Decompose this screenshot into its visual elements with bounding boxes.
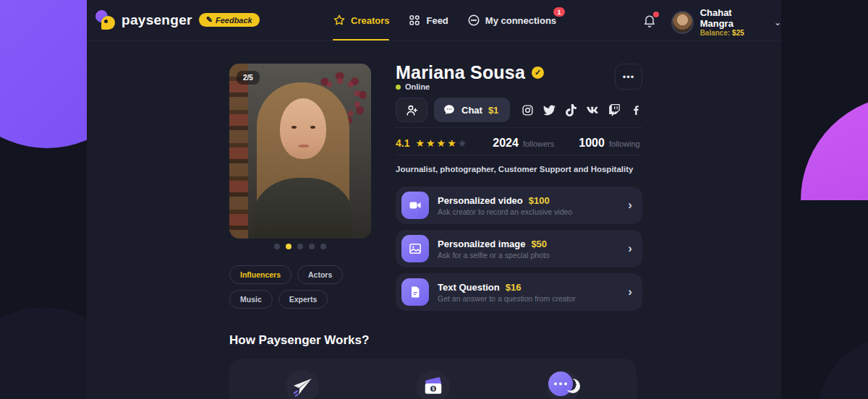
pen-icon: ✎ xyxy=(206,15,213,25)
name-row: Mariana Sousa ✓ xyxy=(396,62,544,83)
divider xyxy=(396,127,642,128)
feedback-label: Feedback xyxy=(216,16,252,25)
chevron-right-icon: › xyxy=(628,241,632,256)
tag-experts[interactable]: Experts xyxy=(278,290,328,309)
tab-feed[interactable]: Feed xyxy=(408,0,448,40)
more-options-button[interactable]: ••• xyxy=(615,64,642,90)
svg-text:$: $ xyxy=(432,386,435,392)
tab-my-connections[interactable]: My connections 1 xyxy=(467,0,556,40)
photo-carousel-dots xyxy=(229,244,371,249)
tab-creators[interactable]: Creators xyxy=(333,0,389,40)
instagram-icon[interactable] xyxy=(522,104,534,116)
tab-my-connections-label: My connections xyxy=(485,15,556,26)
actions-row: Chat $1 xyxy=(396,98,642,122)
account-balance: Balance: $25 xyxy=(700,29,765,37)
service-description: Ask creator to record an exclusive video xyxy=(438,207,572,216)
account-menu[interactable]: Chahat Mangra Balance: $25 ⌄ xyxy=(671,7,781,37)
followers-stat[interactable]: 2024 followers xyxy=(493,137,554,150)
service-personalized-image[interactable]: Personalized image $50 Ask for a selfie … xyxy=(396,230,642,267)
logo[interactable]: paysenger ✎ Feedback xyxy=(95,10,260,30)
stats-row: 4.1 ★ ★ ★ ★ ★ 2024 followers 1000 follow… xyxy=(396,137,642,150)
service-title: Personalized image xyxy=(438,239,525,249)
star-filled-icon: ★ xyxy=(415,137,425,149)
paysenger-bird-icon xyxy=(95,10,115,30)
notifications-button[interactable] xyxy=(642,13,658,29)
online-label: Online xyxy=(405,82,430,91)
chevron-right-icon: › xyxy=(628,285,632,299)
verified-badge-icon: ✓ xyxy=(532,66,544,79)
carousel-dot[interactable] xyxy=(309,244,315,249)
grid-icon xyxy=(408,14,421,27)
photo-counter-badge: 2/5 xyxy=(237,71,260,85)
service-title: Personalized video xyxy=(438,195,523,206)
notification-dot xyxy=(653,12,659,17)
profile-bio: Journalist, photographer, Customer Suppo… xyxy=(396,165,642,173)
document-icon xyxy=(401,278,429,306)
service-price: $100 xyxy=(529,195,550,206)
carousel-dot[interactable] xyxy=(297,244,303,249)
feedback-button[interactable]: ✎ Feedback xyxy=(199,13,260,27)
vk-icon[interactable] xyxy=(587,104,599,116)
service-description: Ask for a selfie or a special photo xyxy=(438,251,550,259)
logo-text: paysenger xyxy=(122,12,192,28)
header: paysenger ✎ Feedback Creators xyxy=(87,0,781,41)
followers-label: followers xyxy=(523,140,554,148)
follow-button[interactable] xyxy=(396,98,427,122)
chat-bubble-moon-icon xyxy=(547,370,580,399)
how-it-works-title: How Paysenger Works? xyxy=(229,333,369,348)
carousel-dot[interactable] xyxy=(320,244,326,249)
service-price: $50 xyxy=(531,239,547,249)
page: paysenger ✎ Feedback Creators xyxy=(0,0,868,399)
facebook-icon[interactable] xyxy=(630,104,642,116)
service-text-question[interactable]: Text Question $16 Get an answer to a que… xyxy=(396,273,642,311)
star-icon xyxy=(333,14,346,27)
main-nav: Creators Feed My connections 1 xyxy=(333,0,556,40)
money-icon: $ xyxy=(417,370,450,399)
rating-score: 4.1 xyxy=(396,137,409,149)
carousel-dot[interactable] xyxy=(274,244,280,249)
service-title: Text Question xyxy=(438,282,500,293)
online-dot xyxy=(396,85,401,90)
service-description: Get an answer to a question from creator xyxy=(438,294,576,303)
service-price: $16 xyxy=(506,282,522,293)
following-count: 1000 xyxy=(579,137,605,150)
star-empty-icon: ★ xyxy=(458,137,467,149)
chat-button[interactable]: Chat $1 xyxy=(434,98,510,122)
tab-feed-label: Feed xyxy=(426,15,448,26)
divider xyxy=(396,155,642,155)
tag-music[interactable]: Music xyxy=(229,290,273,309)
how-it-works-card: $ xyxy=(229,359,637,399)
photo-bookshelf xyxy=(229,64,248,239)
profile-name: Mariana Sousa xyxy=(396,62,525,83)
chat-bubble-icon xyxy=(443,103,456,116)
social-links xyxy=(522,104,642,116)
chevron-down-icon: ⌄ xyxy=(774,17,781,27)
tiktok-icon[interactable] xyxy=(565,104,577,116)
add-person-icon xyxy=(405,103,419,117)
image-icon xyxy=(401,235,429,262)
account-name: Chahat Mangra xyxy=(700,7,765,29)
decor-magenta-half-circle xyxy=(801,95,868,200)
tag-actors[interactable]: Actors xyxy=(297,265,343,284)
tab-creators-label: Creators xyxy=(351,15,389,26)
category-tags: Influencers Actors Music Experts xyxy=(229,265,374,309)
chat-circle-icon xyxy=(467,14,480,27)
star-filled-icon: ★ xyxy=(437,137,446,149)
video-camera-icon xyxy=(401,192,429,219)
app-window: paysenger ✎ Feedback Creators xyxy=(87,0,781,399)
tag-influencers[interactable]: Influencers xyxy=(229,265,292,284)
decor-bottom-right-circle xyxy=(817,336,868,399)
following-label: following xyxy=(609,140,640,148)
following-stat[interactable]: 1000 following xyxy=(579,137,639,150)
chat-label: Chat xyxy=(461,105,482,116)
carousel-dot-active[interactable] xyxy=(286,244,292,249)
avatar xyxy=(671,11,694,34)
chat-price: $1 xyxy=(488,105,498,116)
twitch-icon[interactable] xyxy=(608,104,621,116)
star-filled-icon: ★ xyxy=(447,137,456,149)
online-status: Online xyxy=(396,82,430,91)
twitter-icon[interactable] xyxy=(543,104,556,116)
followers-count: 2024 xyxy=(493,137,519,150)
profile-photo[interactable]: 2/5 xyxy=(229,64,371,239)
service-personalized-video[interactable]: Personalized video $100 Ask creator to r… xyxy=(396,186,642,224)
